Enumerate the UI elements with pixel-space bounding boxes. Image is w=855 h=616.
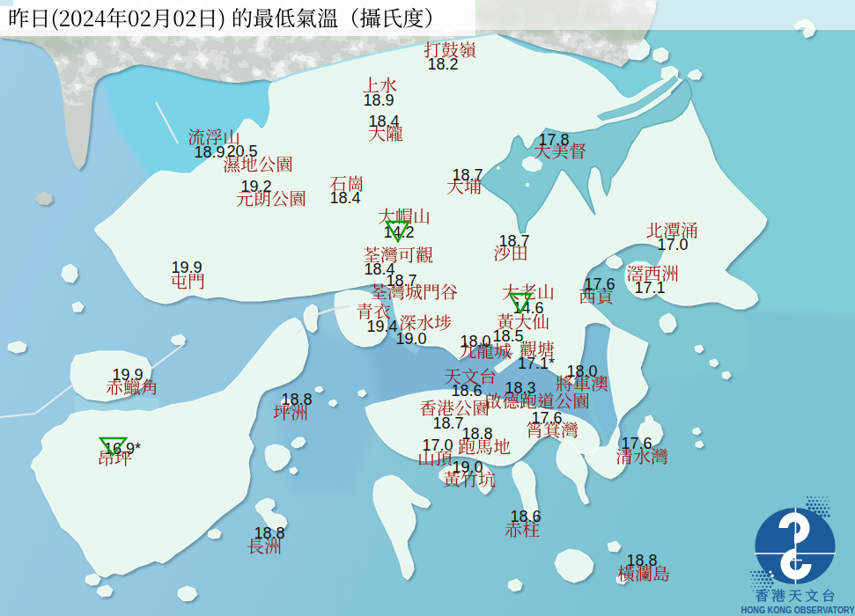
svg-text:19.2: 19.2 (240, 178, 271, 195)
svg-text:18.7: 18.7 (498, 232, 529, 250)
svg-text:17.6: 17.6 (584, 275, 615, 293)
svg-text:17.8: 17.8 (538, 131, 569, 149)
svg-text:18.8: 18.8 (281, 391, 312, 408)
svg-text:17.1: 17.1 (634, 279, 665, 297)
svg-text:17.0: 17.0 (657, 236, 688, 253)
svg-text:19.4: 19.4 (366, 318, 397, 335)
svg-text:17.0: 17.0 (422, 436, 453, 454)
svg-text:18.5: 18.5 (492, 327, 523, 345)
svg-text:18.8: 18.8 (461, 425, 492, 443)
svg-text:18.0: 18.0 (566, 363, 597, 380)
svg-text:18.7: 18.7 (452, 166, 483, 184)
svg-text:18.3: 18.3 (505, 379, 535, 397)
svg-text:18.9: 18.9 (194, 143, 225, 161)
svg-text:18.0: 18.0 (460, 333, 490, 350)
svg-text:19.0: 19.0 (452, 458, 483, 476)
svg-text:18.4: 18.4 (368, 113, 399, 130)
svg-text:18.2: 18.2 (427, 55, 458, 73)
svg-text:19.0: 19.0 (395, 330, 426, 348)
svg-text:HONG KONG OBSERVATORY: HONG KONG OBSERVATORY (741, 605, 855, 615)
svg-text:18.4: 18.4 (329, 189, 360, 207)
svg-text:18.7: 18.7 (386, 272, 416, 290)
svg-text:19.9: 19.9 (112, 366, 143, 384)
svg-text:17.6: 17.6 (531, 409, 562, 427)
svg-text:18.8: 18.8 (254, 524, 284, 542)
svg-text:20.5: 20.5 (226, 143, 257, 160)
svg-text:18.9: 18.9 (363, 92, 394, 109)
svg-text:18.8: 18.8 (626, 552, 657, 569)
svg-text:18.7: 18.7 (432, 414, 463, 432)
svg-text:19.9: 19.9 (171, 259, 202, 276)
svg-text:18.6: 18.6 (510, 508, 541, 525)
svg-text:17.1*: 17.1* (518, 355, 555, 372)
svg-text:17.6: 17.6 (621, 435, 652, 452)
svg-text:18.6: 18.6 (451, 382, 482, 400)
